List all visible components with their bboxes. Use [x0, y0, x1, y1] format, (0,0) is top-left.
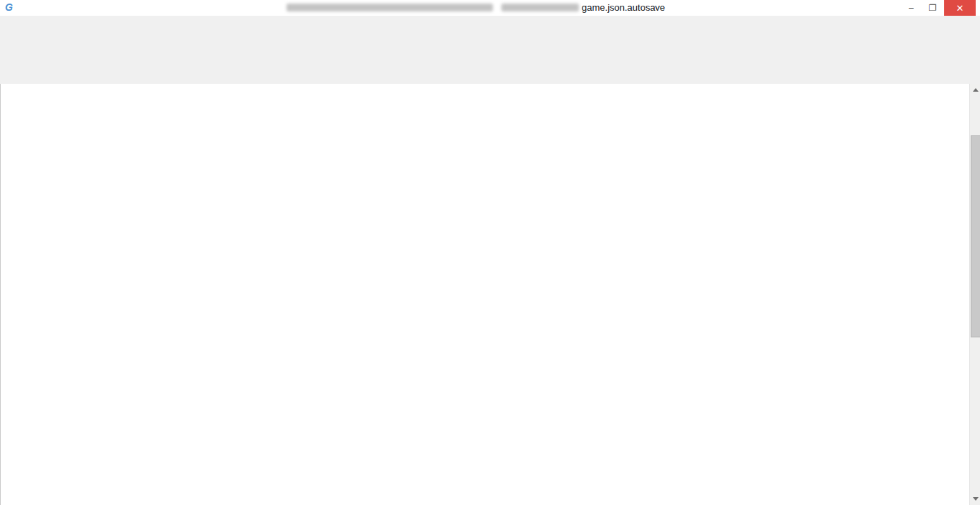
- close-button[interactable]: ✕: [944, 0, 976, 16]
- title-redacted: [287, 4, 493, 11]
- title-redacted: [501, 4, 579, 11]
- title-bar: G game.json.autosave – ❐ ✕: [0, 0, 980, 16]
- scrollbar-thumb[interactable]: [971, 135, 980, 337]
- tab-bar: [0, 64, 980, 84]
- menu-bar: [0, 16, 980, 32]
- scroll-down-icon[interactable]: [973, 497, 979, 501]
- window-title: game.json.autosave: [582, 2, 665, 13]
- scroll-up-icon[interactable]: [973, 88, 979, 92]
- maximize-button[interactable]: ❐: [923, 0, 943, 16]
- events-editor: [0, 84, 970, 505]
- minimize-button[interactable]: –: [901, 0, 921, 16]
- toolbar: [0, 32, 980, 64]
- gdevelop-window: G game.json.autosave – ❐ ✕: [0, 0, 980, 505]
- app-logo-icon: G: [5, 1, 13, 13]
- vertical-scrollbar[interactable]: [969, 84, 980, 505]
